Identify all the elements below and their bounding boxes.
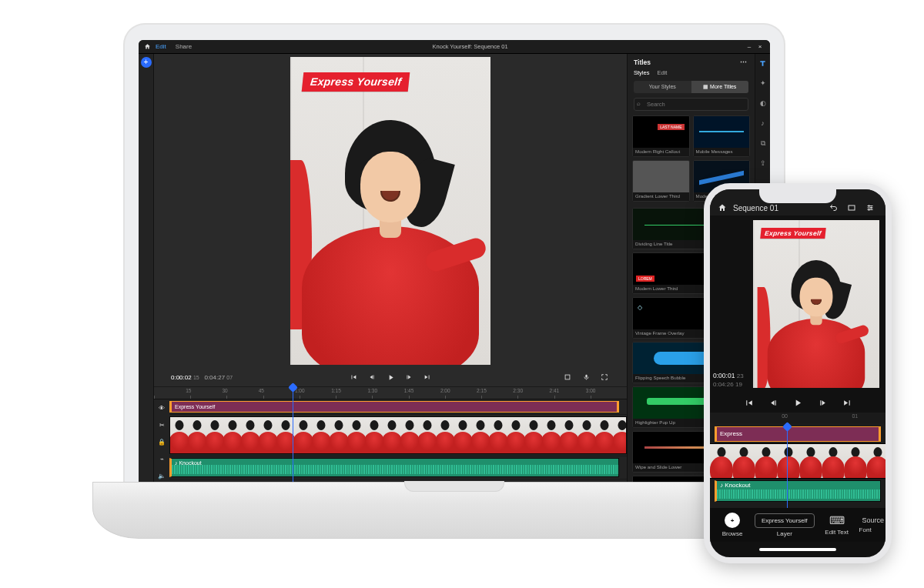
clip-thumb: [613, 417, 627, 453]
layer-chip-button[interactable]: Express Yourself Layer: [755, 513, 815, 537]
go-to-start-button[interactable]: [348, 372, 359, 383]
mobile-video-clip[interactable]: [710, 443, 886, 479]
clip-thumb: [507, 417, 524, 453]
mobile-preview-video[interactable]: Express Yourself: [753, 220, 879, 388]
clip-thumb: [365, 417, 383, 453]
lock-icon[interactable]: 🔒: [156, 436, 167, 447]
grid-icon: ▦: [703, 84, 708, 89]
voiceover-mic-button[interactable]: [581, 372, 591, 383]
preview-video[interactable]: Express Yourself: [290, 57, 490, 365]
clip-thumb: [241, 417, 259, 453]
segment-more-titles[interactable]: ▦ More Titles: [691, 81, 749, 93]
svg-rect-0: [565, 375, 570, 379]
step-back-button[interactable]: [768, 397, 778, 408]
window-close-icon[interactable]: ×: [755, 42, 765, 52]
plus-icon: +: [725, 513, 740, 528]
export-tool-icon[interactable]: ⇪: [758, 159, 768, 168]
home-icon[interactable]: [718, 203, 727, 212]
left-rail: +: [139, 54, 154, 485]
mobile-overlay-title[interactable]: Express Yourself: [760, 228, 825, 239]
tab-edit[interactable]: Edit: [657, 69, 667, 76]
crop-aspect-button[interactable]: [562, 372, 573, 383]
title-track[interactable]: Express Yourself: [169, 399, 627, 415]
clip-thumb: [578, 417, 595, 453]
step-back-button[interactable]: [367, 372, 377, 383]
mute-icon[interactable]: 🔈: [156, 471, 167, 482]
motion-tool-icon[interactable]: ✦: [758, 79, 768, 88]
panel-title: Titles: [634, 58, 651, 66]
transform-tool-icon[interactable]: ⧉: [758, 139, 768, 148]
go-to-start-button[interactable]: [743, 397, 754, 408]
clip-thumb: [330, 417, 347, 453]
tab-styles[interactable]: Styles: [634, 69, 649, 76]
panel-more-icon[interactable]: ⋯: [738, 57, 748, 68]
mobile-timecode: 0:00:01 23 0:04:26 19: [710, 215, 753, 393]
timeline-ruler[interactable]: 15 30 45 1:00 1:15 1:30 1:45 2:00 2:15 2…: [154, 386, 627, 399]
svg-point-7: [871, 207, 872, 209]
settings-button[interactable]: [865, 203, 878, 212]
mobile-playhead[interactable]: [787, 423, 788, 508]
svg-point-6: [869, 205, 870, 207]
clip-thumb: [223, 417, 241, 453]
edit-text-button[interactable]: ⌨ Edit Text: [819, 514, 855, 536]
titles-tool-icon[interactable]: [758, 58, 768, 68]
step-forward-button[interactable]: [817, 397, 828, 408]
timeline-left-tools: 👁 ✂ 🔒 ⌁ 🔈: [154, 399, 169, 485]
title-tile[interactable]: Gradient Lower Third: [632, 160, 690, 202]
titles-search-input[interactable]: [634, 98, 748, 111]
mobile-ruler[interactable]: 00 01: [710, 413, 886, 423]
mobile-title-clip[interactable]: Express: [715, 426, 881, 442]
home-icon[interactable]: [143, 42, 151, 52]
play-button[interactable]: [385, 372, 396, 383]
clip-thumb: [436, 417, 454, 453]
window-minimize-icon[interactable]: –: [744, 42, 755, 52]
fullscreen-button[interactable]: [599, 372, 610, 383]
playhead[interactable]: [293, 387, 293, 485]
clip-thumb: [400, 417, 418, 453]
add-media-button[interactable]: +: [141, 57, 152, 68]
clip-thumb: [710, 444, 732, 478]
laptop-hinge-notch: [404, 481, 504, 492]
overlay-title[interactable]: Express Yourself: [302, 72, 410, 92]
video-track[interactable]: [169, 415, 627, 456]
audio-tool-icon[interactable]: ♪: [758, 119, 768, 128]
phone-home-indicator[interactable]: [710, 542, 886, 557]
color-tool-icon[interactable]: ◐: [758, 99, 768, 108]
menu-share[interactable]: Share: [171, 43, 196, 50]
search-icon: ⌕: [637, 100, 641, 107]
app-menubar: Edit Share Knock Yourself: Sequence 01 –…: [139, 40, 770, 54]
magnet-icon[interactable]: ⌁: [156, 454, 167, 465]
transport-right-tools: [562, 372, 610, 383]
timeline[interactable]: 👁 ✂ 🔒 ⌁ 🔈 Express Yourself: [154, 399, 627, 485]
segment-your-styles[interactable]: Your Styles: [634, 81, 691, 93]
aspect-button[interactable]: [847, 203, 859, 212]
clip-thumb: [844, 444, 866, 478]
audio-track[interactable]: ♪ Knockout: [169, 456, 627, 479]
go-to-end-button[interactable]: [842, 397, 852, 408]
eye-icon[interactable]: 👁: [156, 403, 167, 413]
font-picker[interactable]: Source Sans Pro Font: [859, 516, 892, 533]
browse-button[interactable]: + Browse: [715, 513, 750, 537]
clip-thumb: [418, 417, 436, 453]
mobile-preview: 0:00:01 23 0:04:26 19 Express Yourself: [710, 215, 886, 393]
step-forward-button[interactable]: [403, 372, 414, 383]
go-to-end-button[interactable]: [422, 372, 433, 383]
undo-button[interactable]: [829, 203, 841, 212]
titles-search: ⌕: [634, 98, 748, 111]
title-tile[interactable]: Modern Right Callout: [632, 115, 690, 157]
mobile-audio-clip[interactable]: ♪ Knockout: [715, 480, 881, 502]
mobile-timeline[interactable]: Express ♪ Knockout: [710, 423, 886, 508]
scissors-icon[interactable]: ✂: [156, 419, 167, 430]
audio-clip[interactable]: ♪ Knockout: [169, 458, 619, 477]
title-tile[interactable]: Mobile Messages: [693, 115, 751, 157]
menu-edit[interactable]: Edit: [151, 43, 171, 50]
svg-rect-2: [849, 205, 855, 210]
clip-thumb: [276, 417, 294, 453]
document-title: Knock Yourself: Sequence 01: [196, 43, 744, 50]
clip-thumb: [755, 444, 777, 478]
clip-thumb: [542, 417, 560, 453]
video-clip[interactable]: [169, 416, 627, 454]
clip-thumb: [866, 444, 886, 478]
play-button[interactable]: [792, 397, 803, 408]
title-clip[interactable]: Express Yourself: [169, 401, 619, 413]
